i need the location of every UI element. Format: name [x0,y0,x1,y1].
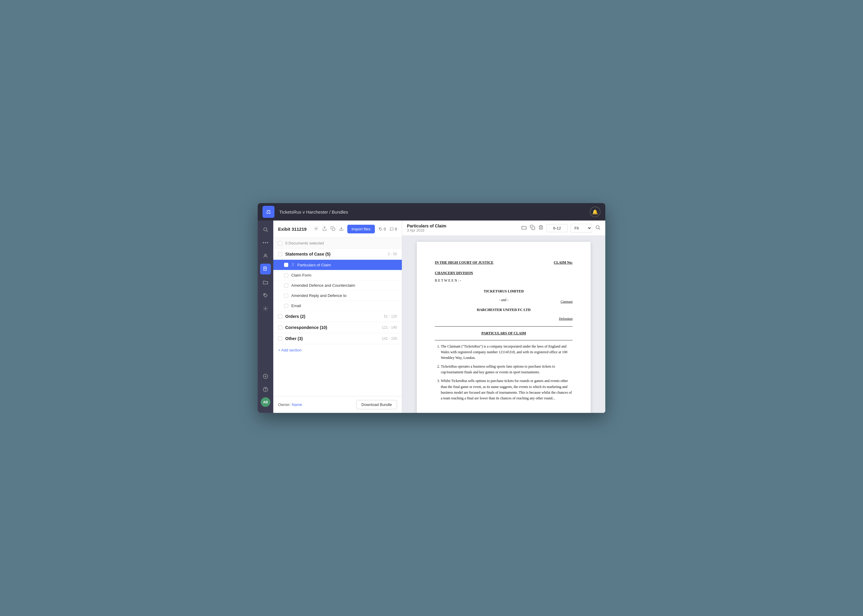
section-orders-header[interactable]: Orders (2) 51 - 120 [273,311,402,322]
section-other-range: 141 - 150 [382,336,397,341]
pdf-copy-icon[interactable] [530,225,535,231]
nav-document[interactable] [260,264,271,275]
particulars-label: Particulars of Claim [297,263,331,267]
nav-more[interactable] [260,237,271,248]
settings-icon[interactable] [314,226,319,232]
comments-count: 0 [395,227,397,231]
nav-tag[interactable] [260,290,271,301]
pdf-tools: Fit 50% 75% 100% 125% [521,224,600,233]
amended-defence-checkbox[interactable] [284,283,288,288]
claim-form-checkbox[interactable] [284,273,288,277]
svg-point-0 [264,228,267,231]
division-heading: CHANCERY DIVISION [435,270,573,276]
pdf-panel: Particulars of Claim 3 Apr 2016 F [402,220,605,413]
doc-panel-tools: Import files 0 0 [314,225,397,233]
claimant-label: Claimant [561,300,573,303]
section-other-header[interactable]: Other (3) 141 - 150 [273,333,402,344]
svg-point-24 [596,226,599,229]
nav-search[interactable] [260,224,271,235]
section-other-checkbox[interactable] [278,336,282,341]
nav-settings[interactable] [260,303,271,314]
owner-name[interactable]: Name [292,402,302,407]
section-correspondence-header[interactable]: Correspondence (10) 121 - 140 [273,322,402,333]
section-orders: Orders (2) 51 - 120 [273,311,402,322]
pdf-folder-icon[interactable] [521,225,527,231]
fit-select[interactable]: Fit 50% 75% 100% 125% [571,224,592,233]
divider-line [435,326,573,327]
document-list: Statements of Case (5) 2 - 50 ⠿ Particul… [273,249,402,396]
pdf-doc-name: Particulars of Claim [407,223,446,228]
import-files-button[interactable]: Import files [347,225,375,233]
claim-form-label: Claim Form [291,273,311,277]
section-correspondence: Correspondence (10) 121 - 140 [273,322,402,333]
section-correspondence-checkbox[interactable] [278,325,282,330]
doc-item-claim-form[interactable]: Claim Form [273,270,402,280]
amended-reply-label: Amended Reply and Defence to [291,293,346,298]
amended-reply-checkbox[interactable] [284,294,288,298]
doc-panel-header: Exibit 311219 Import files [273,220,402,238]
particulars-checkbox[interactable] [284,263,288,267]
app-window: ⚖ TicketsRus v Harchester / Bundles 🔔 [258,203,605,413]
doc-item-amended-reply[interactable]: Amended Reply and Defence to [273,291,402,301]
section-other: Other (3) 141 - 150 [273,333,402,344]
download-bundle-button[interactable]: Download Bundle [356,400,397,409]
section-statements-range: 2 - 50 [388,252,397,256]
doc-item-amended-defence[interactable]: Amended Defence and Counterclaim [273,280,402,291]
section-statements-checkbox[interactable] [278,252,282,256]
doc-item-email[interactable]: Email [273,301,402,311]
doc-panel-footer: Owner: Name Download Bundle [273,396,402,413]
email-checkbox[interactable] [284,304,288,308]
claim-no-heading: CLAIM No: [554,260,573,266]
left-nav: AB [258,220,273,413]
and-text: - and - [481,297,527,303]
section-correspondence-range: 121 - 140 [382,325,397,330]
email-label: Email [291,303,301,308]
svg-rect-18 [332,228,335,231]
pdf-page: IN THE HIGH COURT OF JUSTICE CLAIM No: C… [417,242,591,413]
pdf-search-icon[interactable] [595,225,600,231]
app-title: TicketsRus v Harchester / Bundles [279,209,590,215]
tags-badge[interactable]: 0 [379,227,386,231]
pdf-doc-date: 3 Apr 2016 [407,228,446,233]
tags-count: 0 [384,227,386,231]
pdf-doc-info: Particulars of Claim 3 Apr 2016 [407,223,446,233]
add-section-button[interactable]: + Add section [273,344,402,356]
exhibit-title: Exibit 311219 [278,226,307,232]
user-avatar[interactable]: AB [261,397,270,407]
comments-badge[interactable]: 0 [390,227,397,231]
page-range-input[interactable] [547,224,567,232]
bell-button[interactable]: 🔔 [590,206,600,217]
doc-title: PARTICULARS OF CLAIM [435,330,573,336]
copy-icon[interactable] [330,226,335,232]
svg-line-25 [599,228,600,229]
divider-line-2 [435,340,573,341]
amended-defence-label: Amended Defence and Counterclaim [291,283,355,288]
share-icon[interactable] [322,226,327,232]
svg-point-15 [266,390,266,391]
section-correspondence-title: Correspondence (10) [285,325,327,330]
svg-point-5 [265,254,266,256]
svg-point-20 [379,228,380,229]
pdf-toolbar: Particulars of Claim 3 Apr 2016 F [402,220,605,236]
nav-folder[interactable] [260,277,271,288]
claimant-name: TICKETSRUS LIMITED [435,289,573,294]
between-text: B E T W E E N : - [435,278,573,283]
nav-help[interactable] [260,384,271,395]
nav-user[interactable] [260,250,271,261]
section-orders-checkbox[interactable] [278,314,282,319]
section-statements-header[interactable]: Statements of Case (5) 2 - 50 [273,249,402,260]
court-heading: IN THE HIGH COURT OF JUSTICE [435,260,494,266]
pdf-para-3: Whilst TicketsRus sells options to purch… [441,378,573,401]
section-orders-title: Orders (2) [285,314,305,319]
section-orders-range: 51 - 120 [384,314,397,319]
svg-rect-23 [532,227,535,230]
owner-label: Owner: Name [278,402,302,407]
pdf-delete-icon[interactable] [538,225,544,231]
select-all-row[interactable]: 0 Documents selected [273,238,402,249]
doc-item-particulars[interactable]: ⠿ Particulars of Claim [273,260,402,270]
pdf-para-2: TicketsRus operates a business selling s… [441,364,573,375]
download-icon[interactable] [339,226,344,232]
nav-add[interactable] [260,371,271,382]
pdf-content: IN THE HIGH COURT OF JUSTICE CLAIM No: C… [402,236,605,413]
select-all-checkbox[interactable] [278,241,282,245]
